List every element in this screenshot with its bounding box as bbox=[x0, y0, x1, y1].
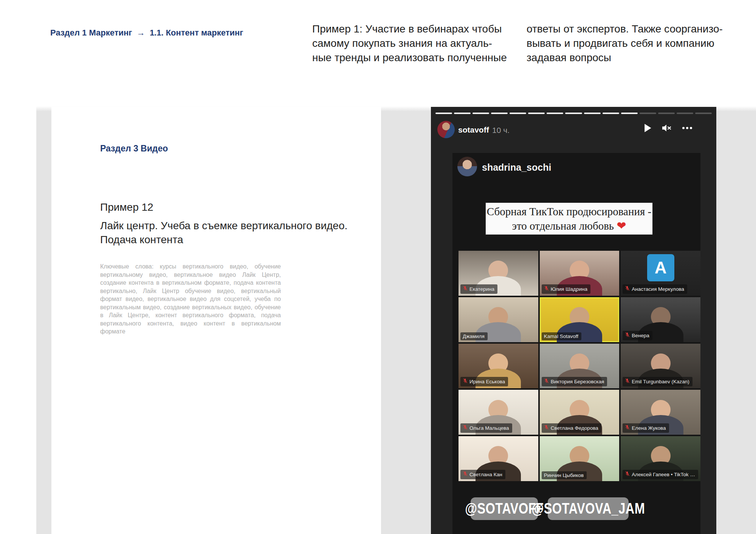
caption-line-2: это отдельная любовь ❤ bbox=[512, 219, 626, 233]
story-caption-box: Сборная ТикТок продюсирования - это отде… bbox=[485, 202, 653, 235]
participant-name-tag: Алексей Гапеев • TikTok пр… bbox=[623, 470, 698, 479]
participant-name: Юлия Шадрина bbox=[551, 286, 587, 292]
participant-tile: Kamal Sotavoff bbox=[540, 297, 620, 342]
participant-tile: Ринчин Цыбиков bbox=[540, 436, 620, 481]
participant-tile: Юлия Шадрина bbox=[540, 251, 620, 296]
muted-mic-icon bbox=[625, 471, 630, 478]
reposted-story: shadrina_sochi Сборная ТикТок продюсиров… bbox=[452, 153, 700, 534]
story-timestamp: 10 ч. bbox=[492, 126, 510, 135]
instagram-story: sotavoff 10 ч. shadrina_sochi bbox=[431, 107, 716, 534]
repost-user-avatar[interactable] bbox=[457, 157, 477, 176]
participant-name: Алексей Гапеев • TikTok пр… bbox=[632, 472, 695, 477]
play-icon[interactable] bbox=[644, 123, 652, 133]
avatar-letter: А bbox=[647, 254, 674, 281]
participant-tile: Елена Жукова bbox=[621, 390, 700, 435]
mention-text: @SOTAVOVA_JAM bbox=[531, 500, 645, 517]
progress-segment bbox=[603, 113, 619, 114]
intro-text-column-2: ответы от экспертов. Также соорганизо- в… bbox=[527, 22, 731, 65]
mention-stickers: @SOTAVOFF@SOTAVOVA_JAM bbox=[452, 497, 700, 522]
participant-name: Ирина Еськова bbox=[469, 379, 505, 384]
story-username[interactable]: sotavoff bbox=[458, 125, 489, 134]
example-title: Лайк центр. Учеба в съемке вертикального… bbox=[100, 219, 350, 247]
progress-segment bbox=[565, 113, 582, 114]
progress-segment bbox=[621, 113, 638, 114]
participant-tile: Ольга Мальцева bbox=[459, 390, 538, 435]
participant-tile: Emil Turgunbaev (Kazan) bbox=[621, 344, 700, 389]
participant-tile: ААнастасия Меркулова bbox=[621, 251, 700, 296]
participant-name-tag: Елена Жукова bbox=[623, 423, 669, 433]
participant-tile: Светлана Федорова bbox=[540, 390, 620, 435]
participant-tile: Екатерина bbox=[459, 251, 538, 296]
progress-segment bbox=[640, 113, 656, 114]
breadcrumb: Раздел 1 Маркетинг → 1.1. Контент маркет… bbox=[50, 28, 243, 38]
participant-name-tag: Юлия Шадрина bbox=[542, 284, 590, 294]
progress-segment bbox=[584, 113, 601, 114]
muted-mic-icon bbox=[463, 378, 468, 385]
participant-tile: Джамиля bbox=[459, 297, 538, 342]
caption-line-1: Сборная ТикТок продюсирования - bbox=[487, 204, 651, 219]
progress-segment bbox=[528, 113, 545, 114]
participant-name: Светлана Федорова bbox=[551, 425, 598, 431]
muted-mic-icon bbox=[625, 332, 630, 339]
participant-name-tag: Ринчин Цыбиков bbox=[542, 471, 587, 479]
participant-name: Светлана Кан bbox=[469, 472, 502, 477]
muted-mic-icon bbox=[544, 378, 549, 385]
muted-mic-icon bbox=[463, 286, 468, 293]
participants-grid: ЕкатеринаЮлия ШадринаААнастасия Меркулов… bbox=[459, 251, 700, 481]
participant-name: Kamal Sotavoff bbox=[544, 333, 578, 339]
participant-name: Ринчин Цыбиков bbox=[544, 472, 584, 478]
progress-segment bbox=[677, 113, 693, 114]
participant-name-tag: Екатерина bbox=[460, 284, 497, 294]
progress-segment bbox=[491, 113, 508, 114]
story-user-avatar[interactable] bbox=[437, 121, 455, 138]
intro-text-column-1: Пример 1: Участие в вебинарах чтобы само… bbox=[312, 22, 509, 65]
section-heading: Раздел 3 Видео bbox=[100, 144, 168, 154]
mute-icon[interactable] bbox=[662, 123, 672, 133]
page: Раздел 1 Маркетинг → 1.1. Контент маркет… bbox=[0, 0, 756, 534]
participant-tile: Светлана Кан bbox=[459, 436, 538, 481]
muted-mic-icon bbox=[625, 424, 630, 432]
participant-tile: Виктория Березовская bbox=[540, 344, 620, 389]
participant-name-tag: Венера bbox=[623, 331, 652, 340]
repost-username[interactable]: shadrina_sochi bbox=[482, 162, 551, 173]
participant-name-tag: Джамиля bbox=[460, 332, 488, 340]
mention-sticker[interactable]: @SOTAVOVA_JAM bbox=[548, 497, 629, 520]
participant-tile: Ирина Еськова bbox=[459, 344, 538, 389]
participant-name-tag: Emil Turgunbaev (Kazan) bbox=[623, 377, 692, 386]
participant-name: Джамиля bbox=[463, 333, 485, 339]
progress-segment bbox=[435, 113, 452, 114]
document-card: Раздел 3 Видео Пример 12 Лайк центр. Уче… bbox=[51, 107, 381, 534]
participant-name-tag: Виктория Березовская bbox=[542, 377, 607, 386]
participant-name-tag: Ольга Мальцева bbox=[460, 423, 512, 433]
muted-mic-icon bbox=[625, 286, 630, 293]
muted-mic-icon bbox=[544, 424, 549, 432]
participant-tile: Алексей Гапеев • TikTok пр… bbox=[621, 436, 700, 481]
participant-name: Emil Turgunbaev (Kazan) bbox=[632, 379, 689, 384]
participant-tile: Венера bbox=[621, 297, 700, 342]
muted-mic-icon bbox=[625, 378, 630, 385]
muted-mic-icon bbox=[544, 286, 549, 293]
participant-name: Виктория Березовская bbox=[551, 379, 604, 384]
participant-name-tag: Светлана Кан bbox=[460, 470, 505, 479]
participant-name-tag: Kamal Sotavoff bbox=[542, 332, 581, 340]
example-number: Пример 12 bbox=[100, 201, 153, 213]
participant-name: Екатерина bbox=[469, 286, 494, 292]
participant-name-tag: Ирина Еськова bbox=[460, 377, 508, 386]
muted-mic-icon bbox=[463, 471, 468, 478]
progress-segment bbox=[658, 113, 675, 114]
participant-name-tag: Светлана Федорова bbox=[542, 423, 601, 433]
progress-segment bbox=[472, 113, 489, 114]
participant-name: Венера bbox=[632, 333, 649, 338]
progress-segment bbox=[695, 113, 712, 114]
participant-name: Анастасия Меркулова bbox=[632, 286, 684, 292]
muted-mic-icon bbox=[463, 424, 468, 432]
progress-segment bbox=[454, 113, 471, 114]
participant-name: Елена Жукова bbox=[632, 425, 666, 431]
participant-name-tag: Анастасия Меркулова bbox=[623, 284, 687, 294]
story-progress-bar[interactable] bbox=[435, 113, 712, 114]
heart-icon: ❤ bbox=[617, 219, 626, 232]
more-options-icon[interactable] bbox=[682, 123, 693, 133]
keywords-paragraph: Ключевые слова: курсы вертикального виде… bbox=[100, 262, 281, 336]
progress-segment bbox=[510, 113, 526, 114]
mention-sticker[interactable]: @SOTAVOFF bbox=[471, 497, 538, 520]
